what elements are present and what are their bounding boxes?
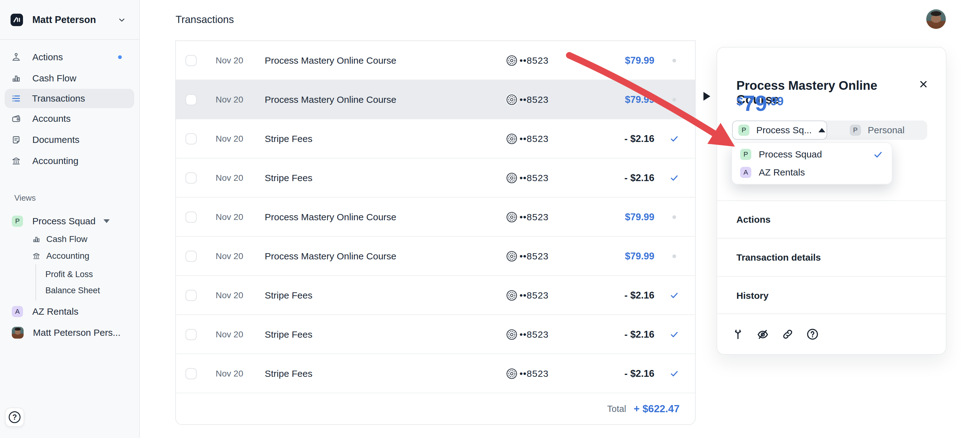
dropdown-option-process-squad[interactable]: P Process Squad <box>732 145 892 163</box>
personal-tab[interactable]: P Personal <box>827 125 927 136</box>
table-row[interactable]: Nov 20 Process Mastery Online Course ••8… <box>176 237 695 276</box>
sidebar-item-documents[interactable]: Documents <box>0 129 139 150</box>
nested-report-links: Profit & Loss Balance Sheet <box>35 264 139 300</box>
row-checkbox[interactable] <box>186 133 197 144</box>
status-check-icon <box>668 119 681 159</box>
user-avatar[interactable] <box>926 10 946 29</box>
sidebar-item-profit-loss[interactable]: Profit & Loss <box>36 266 139 282</box>
sidebar-item-az-rentals[interactable]: A AZ Rentals <box>0 302 139 322</box>
hide-eye-off-icon[interactable] <box>756 327 781 342</box>
row-date: Nov 20 <box>216 276 243 315</box>
table-row[interactable]: Nov 20 Process Mastery Online Course ••8… <box>176 41 695 80</box>
sidebar-item-personal[interactable]: Matt Peterson Pers... <box>0 323 139 343</box>
row-description: Process Mastery Online Course <box>265 80 396 119</box>
sidebar-item-accounts[interactable]: Accounts <box>0 108 139 129</box>
dropdown-option-label: AZ Rentals <box>759 167 805 178</box>
row-date: Nov 20 <box>216 198 243 237</box>
help-button[interactable]: ? <box>5 408 24 427</box>
row-card-number: ••8523 <box>520 237 549 276</box>
status-pending-dot <box>668 237 681 276</box>
sidebar-item-actions[interactable]: Actions <box>0 47 139 68</box>
row-description: Process Mastery Online Course <box>265 237 396 276</box>
table-row-selected[interactable]: Nov 20 Process Mastery Online Course ••8… <box>176 80 695 119</box>
entity-dropdown-button[interactable]: P Process Sq... <box>732 121 827 140</box>
row-description: Stripe Fees <box>265 119 312 159</box>
table-total-row: Total + $622.47 <box>176 393 695 424</box>
row-card-number: ••8523 <box>520 159 549 198</box>
row-checkbox[interactable] <box>186 251 197 262</box>
row-card-number: ••8523 <box>520 80 549 119</box>
entity-badge: P <box>740 149 751 160</box>
bar-chart-icon <box>11 73 21 83</box>
row-checkbox[interactable] <box>186 94 197 105</box>
sub-item-label: Cash Flow <box>46 234 88 244</box>
table-row[interactable]: Nov 20 Stripe Fees ••8523 - $2.16 <box>176 354 695 393</box>
workspace-badge: P <box>12 216 23 227</box>
table-row[interactable]: Nov 20 Process Mastery Online Course ••8… <box>176 198 695 237</box>
table-row[interactable]: Nov 20 Stripe Fees ••8523 - $2.16 <box>176 119 695 159</box>
chevron-down-icon <box>118 16 126 25</box>
row-date: Nov 20 <box>216 80 243 119</box>
row-amount: $79.99 <box>577 237 654 276</box>
personal-label: Personal <box>868 125 905 135</box>
entity-label: Matt Peterson Pers... <box>33 327 121 338</box>
bank-icon <box>11 156 21 166</box>
sidebar-views: Views P Process Squad Cash Flow Accounti… <box>0 193 139 343</box>
row-card-number: ••8523 <box>520 354 549 393</box>
section-history[interactable]: History <box>717 276 946 315</box>
notification-dot <box>118 55 122 59</box>
row-date: Nov 20 <box>216 41 243 80</box>
status-pending-dot <box>668 198 681 237</box>
section-actions[interactable]: Actions <box>717 200 946 238</box>
entity-badge: P <box>738 125 749 136</box>
row-description: Process Mastery Online Course <box>265 41 396 80</box>
bank-icon <box>32 252 41 260</box>
split-transaction-icon[interactable] <box>732 327 756 342</box>
copy-link-icon[interactable] <box>781 327 806 342</box>
sidebar-item-balance-sheet[interactable]: Balance Sheet <box>36 282 139 298</box>
table-row[interactable]: Nov 20 Stripe Fees ••8523 - $2.16 <box>176 159 695 198</box>
row-date: Nov 20 <box>216 119 243 159</box>
price-cents: .99 <box>767 95 784 108</box>
sidebar-item-cash-flow[interactable]: Cash Flow <box>0 68 139 89</box>
row-checkbox[interactable] <box>186 290 197 301</box>
status-check-icon <box>668 354 681 393</box>
avatar <box>12 327 24 339</box>
account-name: Matt Peterson <box>32 0 96 40</box>
sidebar-item-transactions[interactable]: Transactions <box>5 89 134 108</box>
help-circle-icon[interactable] <box>806 327 831 342</box>
dropdown-option-az-rentals[interactable]: A AZ Rentals <box>732 163 892 181</box>
card-icon <box>506 289 518 302</box>
row-checkbox[interactable] <box>186 172 197 184</box>
sidebar-item-ws-accounting[interactable]: Accounting <box>0 248 139 264</box>
row-description: Stripe Fees <box>265 354 312 393</box>
table-row[interactable]: Nov 20 Stripe Fees ••8523 - $2.16 <box>176 315 695 354</box>
row-checkbox[interactable] <box>186 55 197 66</box>
account-switcher[interactable]: Matt Peterson <box>0 0 139 40</box>
page-title: Transactions <box>175 14 234 25</box>
row-description: Stripe Fees <box>265 276 312 315</box>
price-currency: $ <box>737 95 743 108</box>
document-icon <box>11 135 21 145</box>
joystick-icon <box>11 52 21 62</box>
wallet-icon <box>11 114 21 124</box>
table-row[interactable]: Nov 20 Stripe Fees ••8523 - $2.16 <box>176 276 695 315</box>
views-heading: Views <box>0 193 139 203</box>
sidebar-item-accounting[interactable]: Accounting <box>0 150 139 171</box>
section-label: History <box>737 290 768 301</box>
section-transaction-details[interactable]: Transaction details <box>717 238 946 276</box>
total-amount: + $622.47 <box>633 403 679 415</box>
close-button[interactable] <box>916 77 930 91</box>
row-checkbox[interactable] <box>186 211 197 223</box>
help-icon: ? <box>9 411 21 423</box>
row-amount: $79.99 <box>577 198 654 237</box>
entity-badge: A <box>740 167 751 178</box>
card-icon <box>506 250 518 262</box>
sidebar-item-process-squad[interactable]: P Process Squad <box>0 211 139 231</box>
row-checkbox[interactable] <box>186 329 197 340</box>
row-checkbox[interactable] <box>186 368 197 379</box>
list-icon <box>11 94 21 103</box>
sidebar-item-label: Transactions <box>32 93 85 104</box>
row-expand-arrow[interactable] <box>703 92 710 101</box>
sidebar-item-ws-cash-flow[interactable]: Cash Flow <box>0 231 139 248</box>
